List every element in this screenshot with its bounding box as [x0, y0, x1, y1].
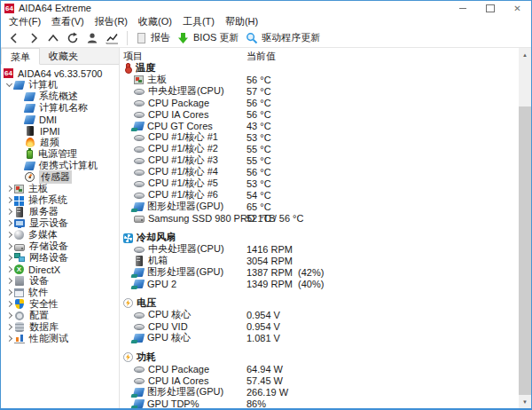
menu-view[interactable]: 查看(V)	[46, 15, 90, 28]
tree-item-benchmark[interactable]: 性能测试	[1, 333, 119, 344]
sensor-row[interactable]: CPU Package 64.94 W	[123, 363, 515, 375]
vertical-scrollbar[interactable]: ▲ ▼	[519, 48, 531, 408]
chevron-right-icon[interactable]	[4, 302, 14, 306]
chassis-icon	[136, 256, 143, 266]
menu-file[interactable]: 文件(F)	[4, 15, 46, 28]
report-button[interactable]: 报告	[132, 28, 174, 47]
chevron-right-icon[interactable]	[4, 313, 14, 318]
tree-item-network[interactable]: 网络设备	[1, 252, 119, 264]
sensor-value: 1.081 V	[246, 333, 280, 343]
cpu-icon	[134, 170, 145, 176]
graph-button[interactable]	[102, 28, 122, 47]
sensor-value: 53 °C	[246, 178, 271, 189]
refresh-button[interactable]	[63, 28, 82, 47]
back-button[interactable]	[4, 28, 24, 47]
driver-update-label: 驱动程序更新	[262, 31, 320, 44]
tree-item-config[interactable]: 配置	[1, 310, 119, 321]
maximize-icon	[486, 4, 495, 12]
driver-update-button[interactable]: 驱动程序更新	[242, 28, 324, 47]
chevron-right-icon[interactable]	[4, 325, 14, 329]
sensor-gauge-icon	[25, 172, 35, 182]
chevron-right-icon[interactable]	[4, 209, 14, 214]
forward-button[interactable]	[24, 28, 43, 47]
refresh-icon	[66, 32, 79, 44]
menu-help[interactable]: 帮助(H)	[220, 15, 263, 28]
close-button[interactable]: ✕	[504, 1, 531, 15]
close-icon: ✕	[513, 4, 520, 13]
sensor-row[interactable]: CPU IA Cores 56 °C	[123, 108, 515, 120]
sidebar-tree: 64 AIDA64 v6.33.5700 计算机 系统概述 计算机名称	[1, 65, 119, 408]
chevron-right-icon[interactable]	[4, 244, 14, 248]
chevron-right-icon[interactable]	[4, 267, 14, 272]
up-button[interactable]	[43, 28, 63, 47]
tree-item-security[interactable]: 安全性	[1, 298, 119, 310]
sensor-row[interactable]: GPU TDP% 86%	[123, 398, 515, 408]
column-value[interactable]: 当前值	[246, 50, 276, 63]
sidebar: 菜单 收藏夹 64 AIDA64 v6.33.5700 计算机 系统概述	[1, 48, 120, 408]
minimize-button[interactable]	[449, 1, 476, 15]
software-icon	[14, 288, 24, 297]
tree-item-directx[interactable]: DirectX	[1, 264, 119, 275]
sensor-row[interactable]: 图形处理器(GPU) 1387 RPM (42%)	[123, 266, 515, 278]
tab-favorites[interactable]: 收藏夹	[40, 48, 87, 64]
sensor-row[interactable]: CPU 核心 0.954 V	[123, 309, 515, 320]
chevron-right-icon[interactable]	[4, 256, 14, 260]
cpu-icon	[134, 89, 145, 95]
sensor-row[interactable]: 图形处理器(GPU) 65 °C	[123, 201, 515, 212]
network-icon	[14, 253, 25, 263]
chevron-right-icon[interactable]	[4, 290, 14, 295]
thermometer-icon	[123, 63, 132, 74]
chevron-down-icon[interactable]	[4, 83, 14, 86]
tree-item-sensor[interactable]: 传感器	[1, 171, 119, 183]
sensor-label: GPU 核心	[147, 331, 191, 344]
tree-item-devices[interactable]: 设备	[1, 275, 119, 287]
chevron-right-icon[interactable]	[4, 336, 14, 341]
sensor-label: CPU GT Cores	[147, 121, 213, 131]
tree-item-ipmi[interactable]: IPMI	[1, 125, 119, 137]
tree-item-display[interactable]: 显示设备	[1, 217, 119, 229]
storage-icon	[14, 244, 25, 251]
graph-icon	[106, 32, 119, 44]
menu-report[interactable]: 报告(R)	[90, 15, 133, 28]
tree-item-computer-name[interactable]: 计算机名称	[1, 102, 119, 114]
sensor-row[interactable]: 中央处理器(CPU) 57 °C	[123, 85, 515, 97]
power-bolt-icon	[123, 352, 133, 362]
bios-update-button[interactable]: BIOS 更新	[174, 28, 242, 47]
sensor-row[interactable]: GPU 2 1349 RPM (40%)	[123, 278, 515, 289]
menubar: 文件(F) 查看(V) 报告(R) 收藏(O) 工具(T) 帮助(H)	[1, 15, 531, 28]
sensor-value: 56 °C	[246, 109, 271, 120]
chevron-right-icon[interactable]	[4, 198, 14, 202]
sensor-value: 3054 RPM	[246, 256, 293, 266]
tree-item-dmi[interactable]: DMI	[1, 114, 119, 125]
scroll-down-button[interactable]: ▼	[519, 395, 531, 408]
tree-item-os[interactable]: 操作系统	[1, 194, 119, 206]
chevron-right-icon[interactable]	[4, 221, 14, 225]
gpu-icon	[133, 268, 145, 277]
sensor-row[interactable]: 图形处理器(GPU) 266.19 W	[123, 386, 515, 398]
chevron-right-icon[interactable]	[4, 186, 14, 191]
toolbar-separator	[127, 31, 128, 45]
tab-menu[interactable]: 菜单	[1, 48, 40, 65]
benchmark-icon	[14, 334, 25, 343]
section-header-power[interactable]: 功耗	[123, 351, 515, 363]
sensor-row[interactable]: Samsung SSD 980 PRO 1TB 52 °C / 56 °C	[123, 212, 515, 224]
voltage-bolt-icon	[123, 298, 133, 308]
sensor-row[interactable]: GPU 核心 1.081 V	[123, 332, 515, 343]
scrollbar-thumb[interactable]	[519, 106, 531, 397]
sidebar-tabs: 菜单 收藏夹	[1, 48, 119, 65]
sensor-value: 65 °C	[246, 201, 271, 212]
sensor-label: GPU 2	[147, 279, 176, 289]
chevron-right-icon[interactable]	[4, 233, 14, 237]
sensor-row[interactable]: CPU Package 56 °C	[123, 97, 515, 108]
chevron-right-icon[interactable]	[4, 279, 14, 283]
sensor-label: 中央处理器(CPU)	[148, 84, 224, 98]
menu-tools[interactable]: 工具(T)	[177, 15, 220, 28]
sensor-label: CPU Package	[148, 98, 209, 108]
menu-favorites[interactable]: 收藏(O)	[133, 15, 177, 28]
user-button[interactable]	[82, 28, 102, 47]
tree-item-software[interactable]: 软件	[1, 287, 119, 298]
maximize-button[interactable]	[476, 1, 504, 15]
tree-root[interactable]: 64 AIDA64 v6.33.5700	[1, 67, 119, 79]
flame-icon	[26, 138, 35, 147]
scroll-up-button[interactable]: ▲	[519, 48, 531, 61]
